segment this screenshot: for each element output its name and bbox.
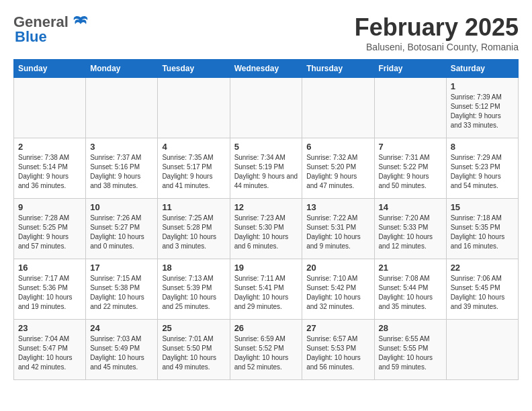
logo: General Blue <box>13 13 90 46</box>
day-number: 6 <box>306 142 369 152</box>
day-info: Sunrise: 7:26 AM Sunset: 5:27 PM Dayligh… <box>90 214 153 251</box>
day-info: Sunrise: 7:31 AM Sunset: 5:22 PM Dayligh… <box>379 153 442 191</box>
calendar-cell: 6Sunrise: 7:32 AM Sunset: 5:20 PM Daylig… <box>302 138 374 199</box>
weekday-header-row: SundayMondayTuesdayWednesdayThursdayFrid… <box>14 60 519 78</box>
day-info: Sunrise: 7:11 AM Sunset: 5:41 PM Dayligh… <box>234 274 298 312</box>
day-info: Sunrise: 7:38 AM Sunset: 5:14 PM Dayligh… <box>18 153 81 191</box>
day-number: 7 <box>379 142 442 152</box>
day-number: 4 <box>162 142 225 152</box>
calendar-cell <box>302 78 374 138</box>
weekday-header-tuesday: Tuesday <box>158 60 230 78</box>
day-number: 24 <box>90 323 153 333</box>
calendar-cell: 1Sunrise: 7:39 AM Sunset: 5:12 PM Daylig… <box>446 78 518 138</box>
day-info: Sunrise: 6:57 AM Sunset: 5:53 PM Dayligh… <box>306 334 369 372</box>
calendar-cell: 21Sunrise: 7:08 AM Sunset: 5:44 PM Dayli… <box>374 259 446 320</box>
day-number: 17 <box>90 263 153 273</box>
day-info: Sunrise: 7:01 AM Sunset: 5:50 PM Dayligh… <box>162 334 225 372</box>
day-info: Sunrise: 6:59 AM Sunset: 5:52 PM Dayligh… <box>234 334 298 372</box>
day-number: 14 <box>379 202 442 212</box>
day-info: Sunrise: 7:28 AM Sunset: 5:25 PM Dayligh… <box>18 214 81 251</box>
day-info: Sunrise: 7:20 AM Sunset: 5:33 PM Dayligh… <box>379 214 442 251</box>
day-number: 3 <box>90 142 153 152</box>
weekday-header-sunday: Sunday <box>14 60 86 78</box>
day-info: Sunrise: 7:17 AM Sunset: 5:36 PM Dayligh… <box>18 274 81 312</box>
logo-bird-icon <box>71 15 90 30</box>
day-number: 15 <box>451 202 514 212</box>
day-info: Sunrise: 7:34 AM Sunset: 5:19 PM Dayligh… <box>234 153 298 191</box>
day-number: 20 <box>306 263 369 273</box>
calendar-cell: 14Sunrise: 7:20 AM Sunset: 5:33 PM Dayli… <box>374 199 446 259</box>
day-info: Sunrise: 7:18 AM Sunset: 5:35 PM Dayligh… <box>451 214 514 251</box>
day-info: Sunrise: 7:37 AM Sunset: 5:16 PM Dayligh… <box>90 153 153 191</box>
day-number: 9 <box>18 202 81 212</box>
day-number: 12 <box>234 202 298 212</box>
weekday-header-monday: Monday <box>86 60 158 78</box>
day-number: 23 <box>18 323 81 333</box>
calendar-cell: 12Sunrise: 7:23 AM Sunset: 5:30 PM Dayli… <box>230 199 302 259</box>
calendar-cell: 19Sunrise: 7:11 AM Sunset: 5:41 PM Dayli… <box>230 259 302 320</box>
calendar-cell: 27Sunrise: 6:57 AM Sunset: 5:53 PM Dayli… <box>302 320 374 380</box>
weekday-header-friday: Friday <box>374 60 446 78</box>
day-number: 19 <box>234 263 298 273</box>
day-number: 16 <box>18 263 81 273</box>
day-info: Sunrise: 7:15 AM Sunset: 5:38 PM Dayligh… <box>90 274 153 312</box>
calendar-cell: 26Sunrise: 6:59 AM Sunset: 5:52 PM Dayli… <box>230 320 302 380</box>
calendar-cell: 8Sunrise: 7:29 AM Sunset: 5:23 PM Daylig… <box>446 138 518 199</box>
day-info: Sunrise: 7:10 AM Sunset: 5:42 PM Dayligh… <box>306 274 369 312</box>
week-row-4: 16Sunrise: 7:17 AM Sunset: 5:36 PM Dayli… <box>14 259 519 320</box>
day-number: 26 <box>234 323 298 333</box>
day-info: Sunrise: 7:22 AM Sunset: 5:31 PM Dayligh… <box>306 214 369 251</box>
location-title: Baluseni, Botosani County, Romania <box>355 42 519 52</box>
day-number: 27 <box>306 323 369 333</box>
day-info: Sunrise: 7:06 AM Sunset: 5:45 PM Dayligh… <box>451 274 514 312</box>
weekday-header-thursday: Thursday <box>302 60 374 78</box>
calendar-cell: 22Sunrise: 7:06 AM Sunset: 5:45 PM Dayli… <box>446 259 518 320</box>
calendar-cell: 24Sunrise: 7:03 AM Sunset: 5:49 PM Dayli… <box>86 320 158 380</box>
calendar-cell <box>86 78 158 138</box>
calendar-cell: 28Sunrise: 6:55 AM Sunset: 5:55 PM Dayli… <box>374 320 446 380</box>
calendar-cell <box>14 78 86 138</box>
logo-blue-text: Blue <box>13 28 47 46</box>
calendar-cell: 2Sunrise: 7:38 AM Sunset: 5:14 PM Daylig… <box>14 138 86 199</box>
calendar-cell: 13Sunrise: 7:22 AM Sunset: 5:31 PM Dayli… <box>302 199 374 259</box>
title-area: February 2025 Baluseni, Botosani County,… <box>355 13 519 52</box>
day-number: 28 <box>379 323 442 333</box>
day-info: Sunrise: 7:29 AM Sunset: 5:23 PM Dayligh… <box>451 153 514 191</box>
calendar-cell: 16Sunrise: 7:17 AM Sunset: 5:36 PM Dayli… <box>14 259 86 320</box>
calendar-cell: 5Sunrise: 7:34 AM Sunset: 5:19 PM Daylig… <box>230 138 302 199</box>
day-number: 18 <box>162 263 225 273</box>
day-number: 11 <box>162 202 225 212</box>
calendar-cell: 18Sunrise: 7:13 AM Sunset: 5:39 PM Dayli… <box>158 259 230 320</box>
calendar-cell: 20Sunrise: 7:10 AM Sunset: 5:42 PM Dayli… <box>302 259 374 320</box>
calendar-cell <box>230 78 302 138</box>
day-number: 25 <box>162 323 225 333</box>
day-number: 21 <box>379 263 442 273</box>
day-number: 10 <box>90 202 153 212</box>
day-info: Sunrise: 7:04 AM Sunset: 5:47 PM Dayligh… <box>18 334 81 372</box>
calendar-cell <box>446 320 518 380</box>
week-row-2: 2Sunrise: 7:38 AM Sunset: 5:14 PM Daylig… <box>14 138 519 199</box>
day-number: 5 <box>234 142 298 152</box>
weekday-header-wednesday: Wednesday <box>230 60 302 78</box>
day-info: Sunrise: 7:35 AM Sunset: 5:17 PM Dayligh… <box>162 153 225 191</box>
day-info: Sunrise: 7:03 AM Sunset: 5:49 PM Dayligh… <box>90 334 153 372</box>
day-number: 13 <box>306 202 369 212</box>
calendar-cell: 23Sunrise: 7:04 AM Sunset: 5:47 PM Dayli… <box>14 320 86 380</box>
calendar-cell: 3Sunrise: 7:37 AM Sunset: 5:16 PM Daylig… <box>86 138 158 199</box>
day-info: Sunrise: 7:25 AM Sunset: 5:28 PM Dayligh… <box>162 214 225 251</box>
day-info: Sunrise: 7:08 AM Sunset: 5:44 PM Dayligh… <box>379 274 442 312</box>
day-number: 8 <box>451 142 514 152</box>
day-info: Sunrise: 7:13 AM Sunset: 5:39 PM Dayligh… <box>162 274 225 312</box>
day-info: Sunrise: 7:32 AM Sunset: 5:20 PM Dayligh… <box>306 153 369 191</box>
calendar-cell: 11Sunrise: 7:25 AM Sunset: 5:28 PM Dayli… <box>158 199 230 259</box>
calendar-cell: 17Sunrise: 7:15 AM Sunset: 5:38 PM Dayli… <box>86 259 158 320</box>
day-number: 1 <box>451 81 514 91</box>
day-info: Sunrise: 6:55 AM Sunset: 5:55 PM Dayligh… <box>379 334 442 372</box>
calendar-table: SundayMondayTuesdayWednesdayThursdayFrid… <box>13 59 519 380</box>
calendar-cell <box>374 78 446 138</box>
day-number: 22 <box>451 263 514 273</box>
calendar-cell: 10Sunrise: 7:26 AM Sunset: 5:27 PM Dayli… <box>86 199 158 259</box>
day-info: Sunrise: 7:39 AM Sunset: 5:12 PM Dayligh… <box>451 93 514 130</box>
day-info: Sunrise: 7:23 AM Sunset: 5:30 PM Dayligh… <box>234 214 298 251</box>
weekday-header-saturday: Saturday <box>446 60 518 78</box>
